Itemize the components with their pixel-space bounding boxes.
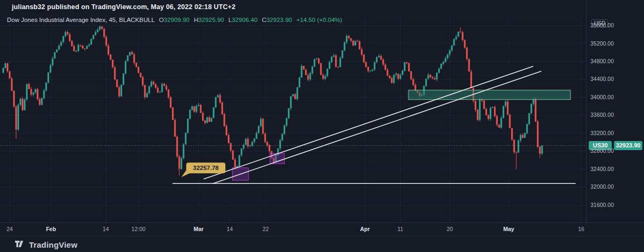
price-tick: 35600.00 xyxy=(590,22,614,29)
grid xyxy=(0,15,586,223)
chart-legend: Dow Jones Industrial Average Index, 45, … xyxy=(7,17,342,23)
time-tick: 22 xyxy=(262,226,269,232)
legend-ohlc-item: O32909.90 xyxy=(159,17,189,23)
supply-zone-rectangle[interactable] xyxy=(408,90,570,100)
trendline-upper[interactable] xyxy=(204,66,533,179)
crash-low-price-label[interactable]: 32257.78 xyxy=(181,162,225,177)
time-tick: 14 xyxy=(103,226,109,232)
last-price-value-chip: 32923.90 xyxy=(614,141,642,150)
tradingview-wordmark: TradingView xyxy=(29,240,77,249)
legend-ohlc-item: H32925.90 xyxy=(194,17,224,23)
price-tick: 34800.00 xyxy=(590,58,614,65)
price-tick: 31600.00 xyxy=(590,202,614,209)
demand-box-rectangle[interactable] xyxy=(270,153,284,164)
price-axis[interactable]: USD US30 32923.90 35600.0035200.0034800.… xyxy=(586,0,644,223)
svg-text:32257.78: 32257.78 xyxy=(193,165,219,171)
candles xyxy=(3,26,543,176)
price-tick: 32000.00 xyxy=(590,183,614,190)
candlestick-chart[interactable]: 32257.78 xyxy=(0,0,586,236)
time-tick: Apr xyxy=(360,226,370,232)
time-tick: Mar xyxy=(194,226,204,232)
time-tick: 11 xyxy=(398,226,404,232)
price-tick: 34000.00 xyxy=(590,94,614,101)
time-tick: May xyxy=(503,226,514,232)
footer-bar: TradingView xyxy=(0,236,644,252)
tradingview-link[interactable]: TradingView xyxy=(15,240,77,249)
price-tick: 32400.00 xyxy=(590,166,614,173)
time-tick: Feb xyxy=(46,226,56,232)
legend-ohlc-values: O32909.90H32925.90L32906.40C32923.90 xyxy=(159,17,292,23)
price-tick: 33600.00 xyxy=(590,112,614,118)
time-tick: 24 xyxy=(6,226,13,232)
tradingview-logo-icon xyxy=(15,240,25,249)
legend-ohlc-item: C32923.90 xyxy=(262,17,292,23)
price-tick: 33200.00 xyxy=(590,130,614,137)
time-tick: 16 xyxy=(578,226,584,232)
price-tick: 32800.00 xyxy=(590,147,614,154)
time-tick: 12:00 xyxy=(131,226,145,232)
time-tick: 14 xyxy=(226,226,233,232)
tradingview-published-chart: juliansb32 published on TradingView.com,… xyxy=(0,0,644,252)
symbol-title: Dow Jones Industrial Average Index, 45, … xyxy=(7,17,155,23)
legend-change: +14.50 (+0.04%) xyxy=(296,17,342,23)
price-tick: 34400.00 xyxy=(590,76,614,83)
legend-ohlc-item: L32906.40 xyxy=(229,17,258,23)
price-tick: 35200.00 xyxy=(590,40,614,47)
time-axis[interactable]: 24Feb1412:00Mar1422Apr1120May16 xyxy=(0,223,644,236)
time-tick: 20 xyxy=(447,226,453,232)
